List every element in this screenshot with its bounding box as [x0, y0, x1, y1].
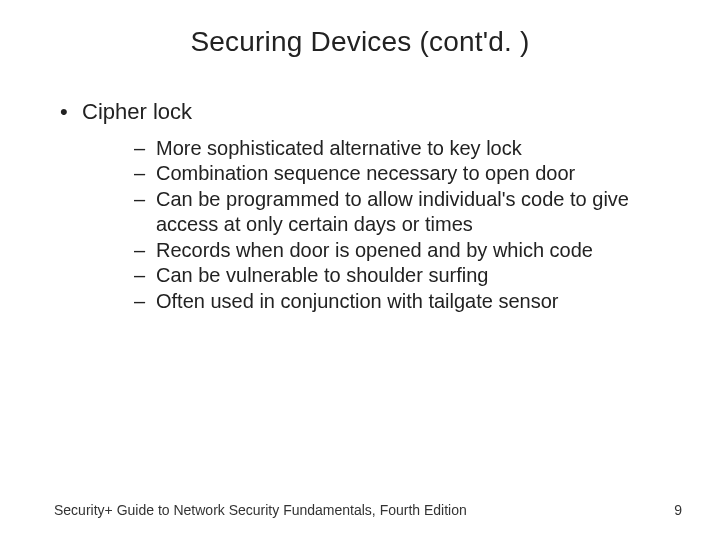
slide-footer: Security+ Guide to Network Security Fund… [54, 502, 682, 518]
slide: Securing Devices (cont'd. ) Cipher lock … [0, 0, 720, 540]
page-number: 9 [674, 502, 682, 518]
list-item: Cipher lock More sophisticated alternati… [58, 98, 670, 315]
bullet-list-level1: Cipher lock More sophisticated alternati… [58, 98, 670, 315]
bullet-list-level2: More sophisticated alternative to key lo… [82, 136, 670, 315]
list-item: Combination sequence necessary to open d… [134, 161, 670, 187]
slide-title: Securing Devices (cont'd. ) [0, 26, 720, 58]
list-item: Can be vulnerable to shoulder surfing [134, 263, 670, 289]
bullet-label: Cipher lock [82, 99, 192, 124]
list-item: Often used in conjunction with tailgate … [134, 289, 670, 315]
list-item: Records when door is opened and by which… [134, 238, 670, 264]
slide-content: Cipher lock More sophisticated alternati… [0, 98, 720, 315]
footer-text: Security+ Guide to Network Security Fund… [54, 502, 467, 518]
list-item: More sophisticated alternative to key lo… [134, 136, 670, 162]
list-item: Can be programmed to allow individual's … [134, 187, 670, 238]
